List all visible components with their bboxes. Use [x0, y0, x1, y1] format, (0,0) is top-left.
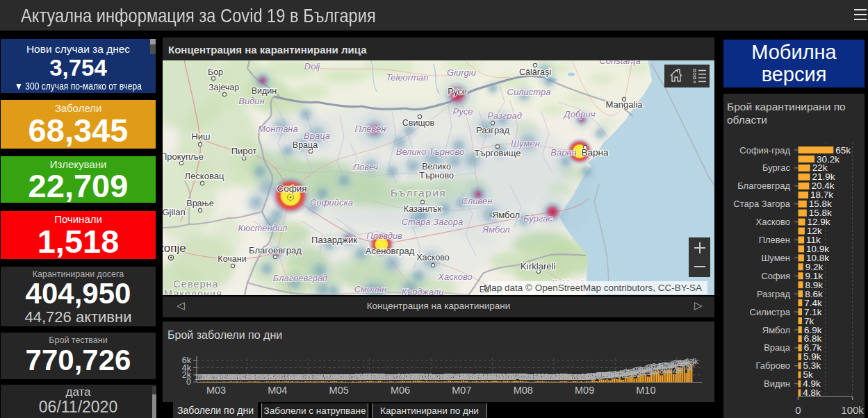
- svg-text:Constanţa: Constanţa: [599, 60, 640, 66]
- svg-text:4.4k: 4.4k: [685, 358, 699, 365]
- svg-text:Teleorman: Teleorman: [386, 72, 429, 83]
- svg-text:Враца: Враца: [304, 131, 330, 141]
- svg-text:100k: 100k: [841, 404, 864, 416]
- svg-text:Габрово: Габрово: [756, 360, 790, 371]
- svg-text:M03: M03: [206, 385, 226, 396]
- svg-text:Ямбол: Ямбол: [762, 325, 790, 335]
- svg-text:Ловеч: Ловеч: [352, 162, 378, 172]
- svg-text:Бургас: Бургас: [523, 213, 552, 224]
- svg-text:София: София: [277, 183, 306, 194]
- svg-text:Враца: Враца: [764, 342, 791, 353]
- svg-text:Варна: Варна: [550, 147, 577, 158]
- svg-text:Силистра: Силистра: [750, 307, 791, 317]
- svg-text:Плевен: Плевен: [759, 235, 790, 245]
- svg-text:Călăraşi: Călăraşi: [519, 67, 551, 77]
- svg-text:Добрич: Добрич: [563, 109, 596, 119]
- svg-text:Gjilan: Gjilan: [163, 207, 186, 217]
- svg-text:Търговище: Търговище: [475, 148, 521, 158]
- svg-text:Варна: Варна: [582, 147, 609, 158]
- svg-text:Благоевград: Благоевград: [249, 245, 302, 256]
- svg-text:копје: копје: [163, 242, 186, 255]
- svg-text:Монтана: Монтана: [258, 124, 298, 134]
- svg-text:Видин: Видин: [252, 86, 277, 96]
- svg-text:Търново: Търново: [419, 171, 454, 181]
- svg-text:M09: M09: [575, 385, 594, 396]
- svg-text:София: София: [761, 271, 790, 281]
- svg-text:Видин: Видин: [764, 378, 790, 389]
- svg-text:Русе: Русе: [448, 87, 467, 97]
- svg-text:Разград: Разград: [476, 125, 509, 135]
- svg-text:M07: M07: [452, 385, 471, 396]
- svg-text:Лесковац: Лесковац: [185, 171, 224, 181]
- svg-text:Враца: Враца: [293, 140, 318, 150]
- svg-text:Велико: Велико: [422, 162, 451, 172]
- svg-text:Пловдив: Пловдив: [366, 231, 402, 241]
- svg-text:Кюстендил: Кюстендил: [238, 223, 288, 233]
- svg-text:София-град: София-град: [739, 145, 790, 156]
- svg-text:Казанлък: Казанлък: [404, 204, 442, 214]
- svg-text:Ямбол: Ямбол: [482, 224, 510, 235]
- svg-text:0: 0: [795, 404, 801, 416]
- svg-text:Dolj: Dolj: [304, 61, 321, 72]
- svg-text:Кърджали: Кърджали: [402, 287, 444, 295]
- svg-text:Свищов: Свищов: [402, 118, 435, 128]
- svg-text:Русе: Русе: [453, 106, 473, 117]
- svg-text:Зајечар: Зајечар: [208, 83, 239, 92]
- svg-text:Разград: Разград: [757, 289, 790, 299]
- svg-text:България: България: [391, 187, 447, 199]
- svg-text:Разград: Разград: [487, 110, 522, 121]
- svg-text:Велико Търново: Велико Търново: [396, 147, 464, 157]
- svg-text:M05: M05: [329, 385, 349, 396]
- svg-text:Кочани: Кочани: [218, 254, 246, 264]
- svg-text:Ямбол: Ямбол: [492, 210, 520, 220]
- svg-text:Map data © OpenStreetMap contr: Map data © OpenStreetMap contributors, C…: [484, 283, 702, 293]
- svg-text:Плевен: Плевен: [355, 124, 386, 134]
- svg-text:Mangalia: Mangalia: [606, 99, 644, 110]
- svg-text:M04: M04: [268, 385, 287, 396]
- svg-text:Брой карантинирани по: Брой карантинирани по: [727, 101, 846, 112]
- svg-text:Прокупље: Прокупље: [163, 151, 204, 162]
- svg-text:Пазарджик: Пазарджик: [311, 235, 357, 245]
- svg-text:Силистра: Силистра: [507, 87, 551, 97]
- svg-text:Бор: Бор: [208, 67, 223, 77]
- svg-text:Асеновград: Асеновград: [366, 246, 415, 256]
- svg-text:области: области: [727, 114, 767, 126]
- svg-text:Хасково: Хасково: [756, 217, 790, 227]
- svg-text:Хасково: Хасково: [437, 271, 473, 282]
- svg-text:Бургас: Бургас: [762, 162, 791, 173]
- svg-text:M10: M10: [636, 385, 655, 396]
- svg-text:Видин: Видин: [238, 96, 264, 106]
- svg-text:Ниш: Ниш: [191, 131, 210, 142]
- svg-text:Врање: Врање: [186, 199, 213, 208]
- svg-text:Стара Загора: Стара Загора: [733, 199, 790, 209]
- svg-text:Стара Загора: Стара Загора: [402, 217, 464, 227]
- svg-text:Хасково: Хасково: [416, 253, 450, 262]
- svg-text:Македония: Македония: [164, 288, 222, 295]
- svg-text:Шумен: Шумен: [761, 253, 790, 263]
- svg-text:Giurgiu: Giurgiu: [447, 67, 476, 78]
- svg-text:M08: M08: [514, 385, 533, 396]
- svg-text:Kırklareli: Kırklareli: [521, 261, 556, 271]
- svg-text:Пирот: Пирот: [231, 146, 257, 156]
- svg-text:M06: M06: [391, 385, 410, 396]
- svg-text:Благоевград: Благоевград: [273, 273, 328, 283]
- svg-text:Благоевград: Благоевград: [737, 181, 790, 191]
- svg-text:Шумен: Шумен: [511, 138, 540, 149]
- svg-text:0: 0: [186, 377, 191, 387]
- svg-text:Софийска: Софийска: [310, 197, 353, 208]
- svg-text:Смолян: Смолян: [354, 284, 387, 294]
- svg-text:Сливен: Сливен: [461, 196, 493, 206]
